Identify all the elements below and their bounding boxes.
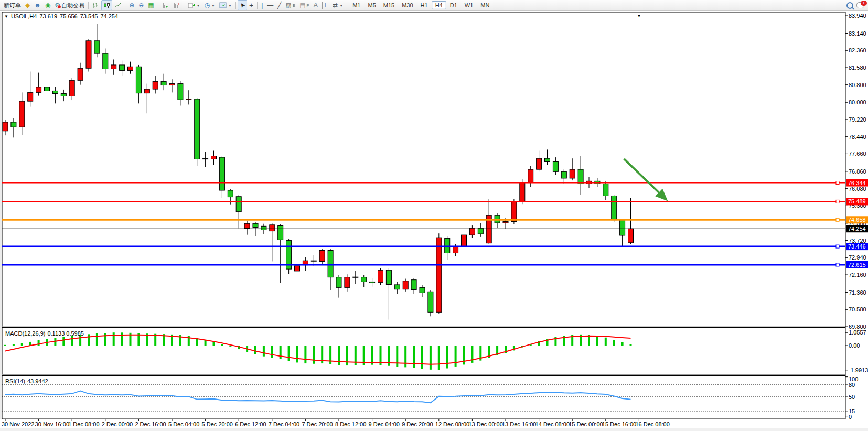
timeframe-m30[interactable]: M30 — [398, 1, 416, 9]
auto-trading-button[interactable]: ⚙ 自动交易 — [52, 0, 87, 10]
candle-down — [178, 84, 183, 100]
macd-histogram-bar — [630, 344, 632, 346]
macd-histogram-bar — [413, 346, 415, 368]
line-chart-mode-button[interactable] — [112, 0, 123, 10]
candle-up — [244, 223, 250, 228]
vertical-line-button[interactable]: | — [259, 0, 265, 10]
candle-up — [378, 270, 383, 282]
timeframe-mn[interactable]: MN — [477, 1, 493, 9]
profile-icon: ☻ — [34, 2, 41, 8]
macd-histogram-bar — [338, 346, 340, 365]
horizontal-line-button[interactable]: — — [265, 0, 275, 10]
candle-up — [353, 277, 358, 277]
timeframe-d1[interactable]: D1 — [446, 1, 461, 9]
candle-up — [520, 182, 525, 201]
time-label: 13 Dec 00:00 — [468, 421, 502, 427]
stop-dot-icon — [57, 5, 61, 9]
time-label: 30 Nov 16:00 — [35, 421, 69, 427]
svg-text:75.489: 75.489 — [848, 198, 866, 204]
svg-text:73.720: 73.720 — [849, 238, 866, 244]
macd-histogram-bar — [313, 346, 315, 364]
timeframe-m5[interactable]: M5 — [364, 1, 379, 9]
chart-shift-button[interactable] — [171, 0, 182, 10]
candle-down — [394, 285, 400, 289]
arrows-tool-button[interactable]: ⇄▼ — [330, 0, 345, 10]
trendline-button[interactable]: ╱ — [275, 0, 283, 10]
trendline-icon: ╱ — [277, 2, 281, 8]
cursor-button[interactable]: ➤ — [238, 0, 247, 10]
time-label: 9 Dec 20:00 — [402, 421, 433, 427]
candle-down — [161, 81, 166, 85]
new-order-button[interactable]: 新订单 — [2, 0, 23, 10]
notifications-icon[interactable]: 1 — [856, 2, 864, 8]
templates-button[interactable]: ▼ — [217, 0, 234, 10]
period-button[interactable]: ◷▼ — [202, 0, 217, 10]
svg-text:78.440: 78.440 — [849, 134, 866, 140]
line-chart-icon — [114, 2, 121, 9]
scroll-marker-icon: ▼ — [637, 14, 641, 18]
candle-down — [236, 197, 241, 212]
time-label: 14 Dec 08:00 — [535, 421, 570, 427]
candle-down — [620, 220, 625, 235]
text-label-button[interactable]: T — [320, 0, 330, 10]
macd-histogram-bar — [430, 346, 432, 370]
text-button[interactable]: A — [311, 0, 320, 10]
candle-down — [445, 238, 450, 253]
svg-text:79.220: 79.220 — [849, 116, 866, 123]
candle-chart-mode-button[interactable] — [101, 0, 112, 10]
macd-histogram-bar — [205, 340, 207, 346]
candle-down — [545, 158, 550, 161]
time-label: 6 Dec 12:00 — [235, 421, 266, 427]
svg-text:71.360: 71.360 — [849, 289, 866, 296]
toolbar-separator — [88, 2, 89, 9]
alerts-button[interactable]: ◉ — [43, 0, 52, 10]
auto-scroll-button[interactable] — [160, 0, 171, 10]
fibonacci-button[interactable]: ▤F — [297, 0, 311, 10]
zoom-out-button[interactable]: ⊖ — [136, 0, 146, 10]
svg-text:70.580: 70.580 — [849, 306, 866, 313]
zoom-in-icon: ⊕ — [129, 2, 134, 8]
candle-up — [203, 159, 208, 159]
chevron-down-icon: ▼ — [211, 4, 215, 7]
candle-up — [345, 277, 350, 288]
candle-up — [36, 87, 41, 92]
svg-text:77.660: 77.660 — [849, 150, 866, 157]
timeframe-h4[interactable]: H4 — [432, 1, 446, 9]
zoom-in-button[interactable]: ⊕ — [127, 0, 136, 10]
timeframe-h1[interactable]: H1 — [417, 1, 432, 9]
crosshair-button[interactable]: + — [247, 0, 255, 10]
profiles-button[interactable]: ☻ — [32, 0, 43, 10]
tile-windows-button[interactable]: ▦ — [146, 0, 156, 10]
macd-histogram-bar — [621, 342, 624, 346]
market-watch-button[interactable]: ◆ — [23, 0, 32, 10]
chart-canvas[interactable]: 100805015083.94083.14082.36081.58080.800… — [0, 11, 868, 431]
add-indicator-button[interactable]: ▼ — [186, 0, 202, 10]
macd-histogram-bar — [96, 333, 98, 346]
search-icon[interactable] — [846, 2, 853, 9]
line-handle — [836, 245, 839, 248]
candle-up — [144, 89, 149, 93]
line-handle — [836, 218, 839, 221]
macd-histogram-bar — [371, 346, 373, 365]
macd-histogram-bar — [254, 346, 256, 354]
candle-up — [270, 225, 275, 231]
candle-down — [94, 41, 100, 53]
chevron-down-icon: ▼ — [197, 4, 200, 7]
svg-text:83.140: 83.140 — [849, 30, 866, 37]
equidistant-channel-button[interactable]: ▨E — [284, 0, 298, 10]
chart-shift-icon — [173, 2, 180, 9]
svg-text:80: 80 — [849, 382, 855, 388]
candle-down — [612, 196, 617, 220]
candle-up — [295, 266, 300, 271]
svg-text:73.446: 73.446 — [848, 243, 866, 250]
candle-down — [328, 250, 333, 277]
candle-up — [211, 156, 217, 159]
bar-chart-mode-button[interactable] — [90, 0, 101, 10]
candle-up — [153, 81, 158, 89]
timeframe-w1[interactable]: W1 — [461, 1, 477, 9]
zoom-out-icon: ⊖ — [138, 2, 144, 8]
candle-up — [628, 229, 634, 243]
line-handle — [836, 263, 839, 266]
timeframe-m15[interactable]: M15 — [380, 1, 398, 9]
timeframe-m1[interactable]: M1 — [349, 1, 364, 9]
